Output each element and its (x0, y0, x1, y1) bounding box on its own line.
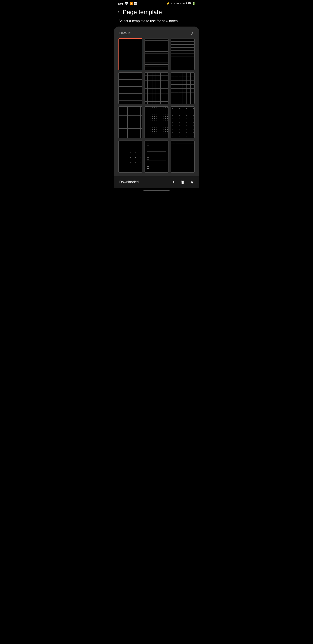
subtitle-text: Select a template to use for new notes. (114, 18, 199, 26)
bottom-actions: + 🗑 ∧ (172, 179, 194, 185)
template-lines-wide[interactable] (171, 38, 195, 70)
page-header: ‹ Page template (114, 6, 199, 18)
template-lines-narrow[interactable] (145, 38, 168, 70)
lte2-icon: LTE2 (180, 2, 185, 5)
bluetooth-icon: ⚡ (167, 2, 170, 5)
template-checklist[interactable] (145, 140, 168, 172)
checklist-row (147, 156, 166, 161)
checklist-row (147, 152, 166, 156)
home-indicator (143, 190, 170, 191)
page-title: Page template (123, 9, 162, 16)
signal-icon: 📶 (130, 2, 133, 5)
wifi-icon: ▲ (171, 2, 173, 5)
template-grid-small[interactable] (145, 72, 168, 104)
checklist-row (147, 170, 166, 172)
battery-icon: 🔋 (192, 2, 195, 5)
whatsapp-icon: 💬 (125, 2, 128, 5)
template-grid-small2[interactable] (118, 106, 142, 138)
template-lined-margin[interactable] (171, 140, 195, 172)
add-template-button[interactable]: + (172, 179, 175, 185)
bottom-section-label: Downloaded (119, 180, 139, 184)
downloaded-collapse-button[interactable]: ∧ (190, 179, 194, 185)
template-dots-large[interactable] (171, 106, 195, 138)
section-label: Default (119, 31, 130, 35)
status-right: ⚡ ▲ LTE1 LTE2 88% 🔋 (167, 2, 195, 5)
checklist-row (147, 161, 166, 165)
default-section: Default ∧ (114, 26, 199, 176)
time: 6:01 (118, 2, 123, 5)
delete-template-button[interactable]: 🗑 (180, 179, 185, 185)
checklist-row (147, 147, 166, 152)
status-left: 6:01 💬 📶 🖼 (118, 2, 137, 5)
template-dots-small[interactable] (145, 106, 168, 138)
photo-icon: 🖼 (134, 2, 137, 5)
templates-grid (118, 38, 195, 176)
section-collapse-button[interactable]: ∧ (191, 31, 194, 36)
bottom-bar: Downloaded + 🗑 ∧ (114, 176, 199, 188)
template-grid-large[interactable] (171, 72, 195, 104)
template-blank[interactable] (118, 38, 142, 70)
template-dots-sparse[interactable] (118, 140, 142, 172)
checklist-row (147, 165, 166, 170)
section-header: Default ∧ (118, 30, 195, 38)
back-button[interactable]: ‹ (118, 10, 119, 14)
checklist-row (147, 142, 166, 147)
template-lines-narrow2[interactable] (118, 72, 142, 104)
lte-icon: LTE1 (174, 2, 179, 5)
battery-label: 88% (186, 2, 191, 5)
status-bar: 6:01 💬 📶 🖼 ⚡ ▲ LTE1 LTE2 88% 🔋 (114, 0, 199, 6)
